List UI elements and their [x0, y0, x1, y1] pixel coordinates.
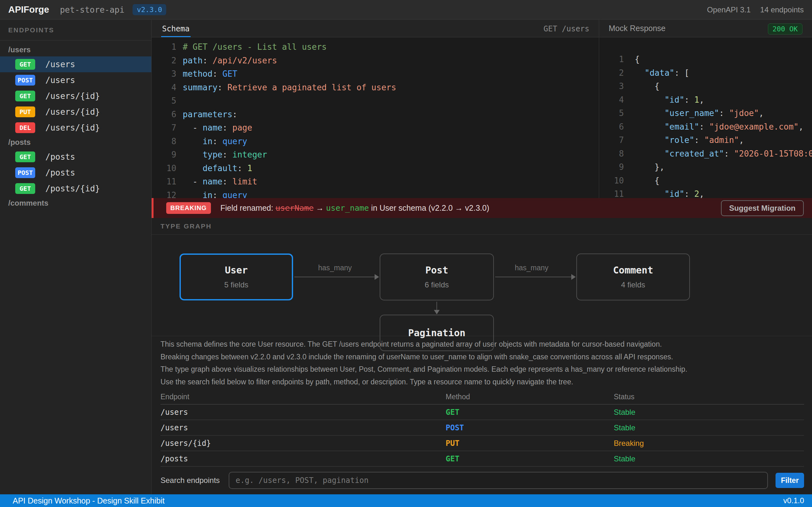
edge-post-pagination: [437, 302, 437, 311]
method-badge: GET: [15, 59, 35, 70]
code-line: 6parameters:: [152, 108, 599, 121]
method-badge: GET: [15, 91, 35, 101]
code-line: 11 - name: limit: [152, 175, 599, 188]
node-field-count: 6 fields: [425, 280, 449, 289]
code-line: 4summary: Retrieve a paginated list of u…: [152, 81, 599, 95]
version-badge[interactable]: v2.3.0: [133, 4, 166, 15]
description-paragraph: Breaking changes between v2.2.0 and v2.3…: [160, 351, 812, 363]
line-number: 5: [599, 107, 624, 120]
code-text: {: [635, 174, 659, 187]
endpoint-path: /users: [45, 75, 75, 85]
line-number: 4: [599, 93, 624, 107]
suggest-migration-button[interactable]: Suggest Migration: [721, 200, 804, 216]
edge-arrowhead: [434, 310, 440, 314]
status-bar: API Design Workshop - Design Skill Exhib…: [0, 494, 812, 507]
endpoint-item[interactable]: POST/posts: [0, 165, 151, 181]
code-line: 11 "id": 2,: [599, 187, 812, 198]
endpoint-group-label: /comments: [0, 196, 151, 210]
cell-method: POST: [446, 420, 614, 435]
line-number: 6: [599, 120, 624, 134]
line-number: 1: [152, 40, 176, 54]
line-number: 4: [152, 81, 176, 95]
code-text: "email": "jdoe@example.com",: [635, 120, 803, 134]
code-line: 3 {: [599, 79, 812, 93]
node-title: Comment: [613, 265, 653, 276]
endpoint-item[interactable]: PUT/users/{id}: [0, 104, 151, 120]
endpoint-group-label: /posts: [0, 135, 151, 149]
endpoint-list: /usersGET/usersPOST/usersGET/users/{id}P…: [0, 41, 151, 210]
cell-endpoint: /users: [160, 404, 446, 420]
node-title: Pagination: [408, 327, 466, 338]
endpoint-path: /users/{id}: [45, 107, 100, 117]
graph-node-user[interactable]: User 5 fields: [180, 253, 293, 300]
method-badge: PUT: [15, 107, 35, 117]
search-input[interactable]: [229, 472, 768, 489]
cell-endpoint: /users: [160, 420, 446, 435]
line-number: 10: [599, 174, 624, 187]
endpoint-item[interactable]: DEL/users/{id}: [0, 120, 151, 135]
mock-panel-header: Mock Response 200 OK: [599, 20, 812, 38]
code-text: summary: Retrieve a paginated list of us…: [183, 81, 396, 95]
endpoint-item[interactable]: GET/users/{id}: [0, 88, 151, 104]
code-line: 2 "data": [: [599, 66, 812, 80]
code-text: "user_name": "jdoe",: [635, 107, 764, 120]
table-row[interactable]: /users/{id}PUTBreaking: [160, 435, 804, 451]
column-header-endpoint: Endpoint: [160, 390, 446, 404]
graph-node-post[interactable]: Post 6 fields: [380, 253, 494, 300]
graph-node-comment[interactable]: Comment 4 fields: [576, 253, 690, 300]
line-number: 5: [152, 94, 176, 108]
description-paragraph: The type graph above visualizes relation…: [160, 363, 812, 376]
app-window: APIForge pet-store-api v2.3.0 OpenAPI 3.…: [0, 0, 812, 507]
line-number: 6: [152, 108, 176, 121]
line-number: 9: [599, 160, 624, 174]
endpoint-count-label: 14 endpoints: [760, 5, 804, 14]
cell-endpoint: /posts: [160, 451, 446, 466]
sidebar-header: ENDPOINTS: [0, 20, 151, 41]
endpoints-sidebar: ENDPOINTS /usersGET/usersPOST/usersGET/u…: [0, 20, 152, 494]
table-row[interactable]: /postsGETStable: [160, 451, 804, 466]
line-number: 7: [599, 133, 624, 147]
endpoint-table-section: Endpoint Method Status /usersGETStable/u…: [152, 390, 812, 469]
table-row[interactable]: /usersGETStable: [160, 404, 804, 420]
line-number: 8: [152, 135, 176, 148]
graph-node-pagination[interactable]: Pagination: [380, 315, 494, 351]
code-text: default: 1: [183, 162, 252, 175]
code-text: method: GET: [183, 67, 237, 81]
filter-button[interactable]: Filter: [775, 473, 804, 488]
edge-post-comment: [495, 277, 572, 277]
endpoint-item[interactable]: GET/users: [0, 56, 151, 72]
cell-status: Stable: [614, 420, 804, 435]
project-name: pet-store-api: [60, 5, 125, 14]
endpoint-group-label: /users: [0, 43, 151, 56]
endpoint-item[interactable]: GET/posts/{id}: [0, 181, 151, 196]
cell-method: GET: [446, 404, 614, 420]
cell-endpoint: /users/{id}: [160, 435, 446, 451]
edge-user-post: [294, 277, 375, 277]
breaking-badge: BREAKING: [166, 202, 211, 214]
line-number: 2: [599, 66, 624, 80]
tab-schema[interactable]: Schema: [161, 24, 191, 37]
node-title: Post: [425, 265, 448, 276]
table-row[interactable]: /usersPOSTStable: [160, 420, 804, 435]
type-graph-title: TYPE GRAPH: [152, 218, 812, 234]
code-line: 5 "user_name": "jdoe",: [599, 107, 812, 120]
line-number: 11: [152, 175, 176, 188]
topbar-meta: OpenAPI 3.1 14 endpoints: [707, 5, 804, 14]
description-paragraph: Use the search field below to filter end…: [160, 376, 812, 389]
top-bar: APIForge pet-store-api v2.3.0 OpenAPI 3.…: [0, 0, 812, 20]
code-line: 8 "created_at": "2026-01-15T08:00:00Z": [599, 147, 812, 161]
method-badge: POST: [15, 75, 35, 86]
line-number: 3: [599, 79, 624, 93]
spec-label: OpenAPI 3.1: [707, 5, 751, 14]
endpoint-item[interactable]: POST/users: [0, 72, 151, 88]
code-text: - name: page: [183, 121, 252, 135]
code-text: in: query: [183, 188, 247, 199]
endpoint-item[interactable]: GET/posts: [0, 149, 151, 165]
mock-response-code[interactable]: 1{2 "data": [3 {4 "id": 1,5 "user_name":…: [599, 38, 812, 198]
schema-code-editor[interactable]: 1# GET /users - List all users2path: /ap…: [152, 38, 599, 198]
edge-label-has-many: has_many: [515, 264, 548, 272]
code-line: 1{: [599, 53, 812, 66]
endpoint-table: Endpoint Method Status /usersGETStable/u…: [160, 390, 804, 467]
code-text: {: [635, 79, 659, 93]
endpoint-path: /posts: [45, 168, 75, 177]
